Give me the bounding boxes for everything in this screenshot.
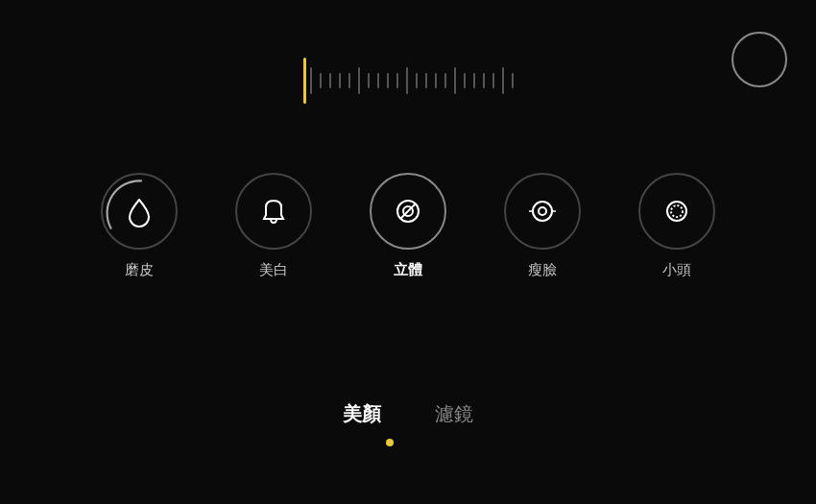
ruler-area (0, 58, 816, 104)
control-label-liti: 立體 (394, 261, 422, 279)
control-item-liti[interactable]: 立體 (370, 173, 446, 279)
control-item-xiaotou[interactable]: 小頭 (638, 173, 715, 279)
control-label-shoulian: 瘦臉 (528, 261, 557, 279)
control-item-mospi[interactable]: 磨皮 (101, 173, 178, 279)
tab-lvjing[interactable]: 濾鏡 (427, 397, 481, 431)
svg-point-4 (539, 207, 546, 215)
control-circle-shoulian (504, 173, 581, 250)
tab-indicator (386, 439, 394, 446)
control-circle-xiaotou (638, 173, 715, 250)
control-label-mospi: 磨皮 (125, 261, 154, 279)
control-circle-meibai (235, 173, 312, 250)
mode-icon-button[interactable] (732, 32, 787, 87)
tabs-row: 美顏濾鏡 (335, 397, 481, 431)
ruler-marker (303, 58, 306, 104)
control-circle-mospi (101, 173, 178, 250)
control-circle-liti (370, 173, 446, 250)
control-item-meibai[interactable]: 美白 (235, 173, 312, 279)
tabs-area: 美顏濾鏡 (0, 397, 816, 446)
beauty-controls: 磨皮 美白 立體 瘦臉 小頭 (0, 173, 816, 279)
control-label-xiaotou: 小頭 (662, 261, 691, 279)
svg-point-8 (671, 205, 683, 217)
ruler-slider[interactable] (303, 58, 514, 104)
tab-meiyann[interactable]: 美顏 (335, 397, 389, 431)
ruler-ticks (310, 58, 514, 104)
control-label-meibai: 美白 (259, 261, 288, 279)
control-item-shoulian[interactable]: 瘦臉 (504, 173, 581, 279)
svg-point-3 (533, 202, 552, 221)
arc-overlay (101, 173, 181, 253)
